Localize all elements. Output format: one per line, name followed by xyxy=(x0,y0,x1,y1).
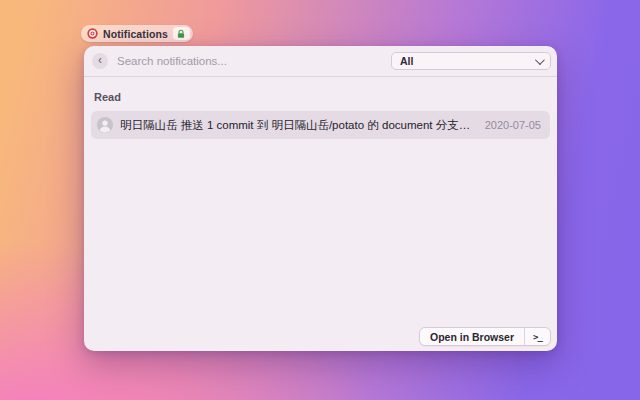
lock-badge xyxy=(173,27,190,40)
window-header: ‹ All xyxy=(84,46,557,77)
notification-date: 2020-07-05 xyxy=(485,119,541,131)
terminal-icon: >_ xyxy=(533,332,542,342)
avatar xyxy=(97,117,113,133)
open-in-browser-button[interactable]: Open in Browser xyxy=(420,328,525,345)
section-label-read: Read xyxy=(94,91,550,103)
tab-title: Notifications xyxy=(103,28,168,40)
notification-text: 明日隔山岳 推送 1 commit 到 明日隔山岳/potato 的 docum… xyxy=(120,118,478,133)
filter-select[interactable]: All xyxy=(391,52,551,70)
app-tab[interactable]: Notifications xyxy=(81,25,193,42)
notification-message: 明日隔山岳 推送 1 commit 到 明日隔山岳/potato 的 docum… xyxy=(120,119,470,131)
search-input[interactable] xyxy=(117,55,391,67)
footer-button-group: Open in Browser >_ xyxy=(419,327,551,346)
back-chevron-icon: ‹ xyxy=(98,53,102,67)
chevron-down-icon xyxy=(535,55,545,65)
notifications-window: ‹ All Read 明日隔山岳 推送 1 commit 到 明日隔山岳/pot… xyxy=(84,46,557,351)
back-button[interactable]: ‹ xyxy=(92,53,108,69)
notification-list: Read 明日隔山岳 推送 1 commit 到 明日隔山岳/potato 的 … xyxy=(84,77,557,351)
notification-row[interactable]: 明日隔山岳 推送 1 commit 到 明日隔山岳/potato 的 docum… xyxy=(91,111,550,139)
terminal-button[interactable]: >_ xyxy=(525,328,550,345)
app-icon xyxy=(87,28,98,39)
lock-icon xyxy=(176,29,186,39)
filter-selected-value: All xyxy=(400,55,413,67)
